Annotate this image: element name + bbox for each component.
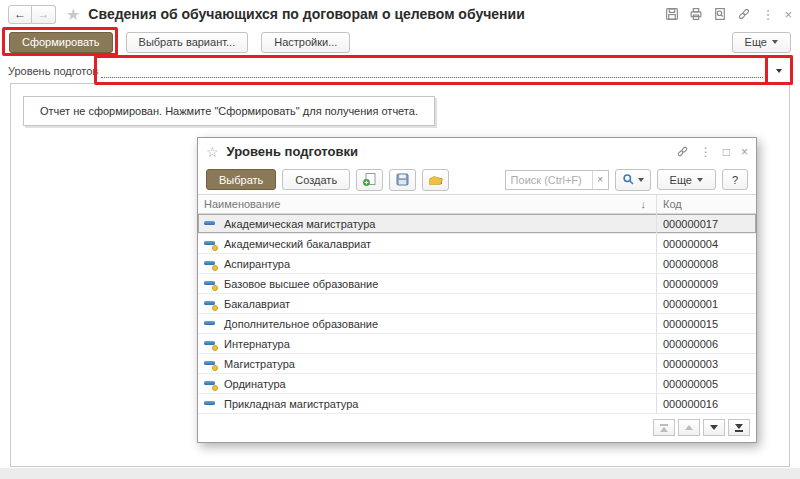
row-name: Базовое высшее образование — [224, 278, 378, 290]
row-code: 000000004 — [663, 238, 718, 250]
page-up-button[interactable] — [678, 419, 700, 436]
forward-arrow-icon: → — [38, 7, 50, 21]
triangle-up-icon — [660, 427, 668, 432]
nav-forward-button[interactable]: → — [32, 5, 56, 24]
report-message: Отчет не сформирован. Нажмите "Сформиров… — [23, 96, 435, 126]
dialog-star-icon[interactable]: ☆ — [206, 144, 219, 160]
list-item-icon — [204, 399, 217, 409]
back-arrow-icon: ← — [14, 7, 26, 21]
go-last-button[interactable] — [728, 419, 750, 436]
list-item-icon — [204, 219, 217, 229]
chevron-down-icon — [772, 40, 778, 44]
chevron-down-icon — [638, 178, 644, 182]
row-name: Магистратура — [224, 358, 295, 370]
row-code: 000000017 — [663, 218, 718, 230]
nav-back-button[interactable]: ← — [8, 5, 32, 24]
help-button[interactable]: ? — [722, 169, 748, 190]
row-code: 000000015 — [663, 318, 718, 330]
open-folder-button[interactable] — [422, 169, 449, 191]
filter-dropdown-button[interactable] — [769, 61, 789, 81]
go-first-button[interactable] — [653, 419, 675, 436]
list-item-icon — [204, 279, 217, 289]
create-new-item-button[interactable] — [356, 169, 383, 191]
triangle-down-icon — [710, 425, 718, 430]
table-row[interactable]: Дополнительное образование000000015 — [198, 314, 756, 334]
preview-icon[interactable] — [713, 7, 727, 21]
list-item-icon — [204, 339, 217, 349]
table-row[interactable]: Академический бакалавриат000000004 — [198, 234, 756, 254]
print-icon[interactable] — [689, 7, 703, 21]
row-name: Академический бакалавриат — [224, 238, 371, 250]
filter-row: Уровень подготовки: — [0, 58, 800, 84]
dialog-more-button[interactable]: Еще — [657, 169, 716, 190]
bar-top-icon — [660, 424, 668, 426]
row-code: 000000006 — [663, 338, 718, 350]
link-icon[interactable] — [737, 7, 751, 21]
maximize-icon[interactable]: □ — [723, 146, 730, 158]
more-dots-icon[interactable]: ⋮ — [761, 8, 774, 21]
required-field-underline — [101, 77, 763, 78]
clear-search-icon[interactable]: × — [592, 171, 608, 189]
row-name: Интернатура — [224, 338, 290, 350]
row-name: Академическая магистратура — [224, 218, 375, 230]
table-row[interactable]: Академическая магистратура000000017 — [198, 214, 756, 234]
triangle-down-icon — [735, 424, 743, 429]
search-options-button[interactable] — [615, 169, 651, 191]
page-title: Сведения об обучающихся по договорам о ц… — [88, 6, 524, 22]
select-button[interactable]: Выбрать — [206, 169, 276, 190]
column-header-name: Наименование — [204, 198, 280, 210]
table-row[interactable]: Ординатура000000005 — [198, 374, 756, 394]
search-placeholder: Поиск (Ctrl+F) — [506, 174, 592, 186]
search-input[interactable]: Поиск (Ctrl+F) × — [505, 170, 609, 190]
close-dialog-icon[interactable]: × — [741, 146, 748, 158]
dialog-table: Наименование ↓ Код Академическая магистр… — [198, 194, 756, 414]
favorite-star-icon[interactable]: ★ — [66, 5, 80, 24]
floppy-icon — [395, 172, 410, 187]
dialog-table-body: Академическая магистратура000000017Акаде… — [198, 214, 756, 414]
triangle-up-icon — [685, 425, 693, 430]
link-icon[interactable] — [676, 145, 689, 158]
table-header[interactable]: Наименование ↓ Код — [198, 194, 756, 214]
document-plus-icon — [362, 172, 377, 187]
row-code: 000000008 — [663, 258, 718, 270]
list-item-icon — [204, 259, 217, 269]
row-name: Бакалавриат — [224, 298, 290, 310]
row-name: Дополнительное образование — [224, 318, 378, 330]
row-code: 000000003 — [663, 358, 718, 370]
close-window-icon[interactable]: × — [784, 8, 792, 21]
chevron-down-icon — [697, 178, 703, 182]
chevron-down-icon — [776, 69, 782, 73]
table-row[interactable]: Интернатура000000006 — [198, 334, 756, 354]
choose-variant-button[interactable]: Выбрать вариант... — [126, 32, 249, 53]
more-dots-icon[interactable]: ⋮ — [700, 146, 712, 158]
level-of-training-input[interactable] — [99, 61, 765, 81]
row-code: 000000001 — [663, 298, 718, 310]
generate-button[interactable]: Сформировать — [9, 32, 113, 53]
row-name: Ординатура — [224, 378, 286, 390]
create-button[interactable]: Создать — [282, 169, 350, 190]
table-row[interactable]: Магистратура000000003 — [198, 354, 756, 374]
list-item-icon — [204, 359, 217, 369]
table-row[interactable]: Прикладная магистратура000000016 — [198, 394, 756, 414]
list-item-icon — [204, 299, 217, 309]
magnifier-icon — [622, 173, 635, 186]
list-item-icon — [204, 239, 217, 249]
dialog-titlebar: ☆ Уровень подготовки ⋮ □ × — [198, 138, 756, 165]
bottom-strip — [0, 468, 800, 479]
dialog-title: Уровень подготовки — [227, 144, 358, 159]
row-code: 000000016 — [663, 398, 718, 410]
settings-button[interactable]: Настройки... — [261, 32, 350, 53]
open-envelope-icon — [428, 172, 444, 187]
table-row[interactable]: Бакалавриат000000001 — [198, 294, 756, 314]
row-code: 000000005 — [663, 378, 718, 390]
save-item-button[interactable] — [389, 169, 416, 191]
page-down-button[interactable] — [703, 419, 725, 436]
table-row[interactable]: Аспирантура000000008 — [198, 254, 756, 274]
filter-label: Уровень подготовки: — [8, 65, 112, 77]
save-icon[interactable] — [665, 7, 679, 21]
more-button[interactable]: Еще — [732, 32, 791, 53]
row-name: Аспирантура — [224, 258, 290, 270]
table-row[interactable]: Базовое высшее образование000000009 — [198, 274, 756, 294]
level-of-training-dialog: ☆ Уровень подготовки ⋮ □ × Выбрать Созда… — [197, 137, 757, 443]
bar-bottom-icon — [735, 430, 743, 432]
